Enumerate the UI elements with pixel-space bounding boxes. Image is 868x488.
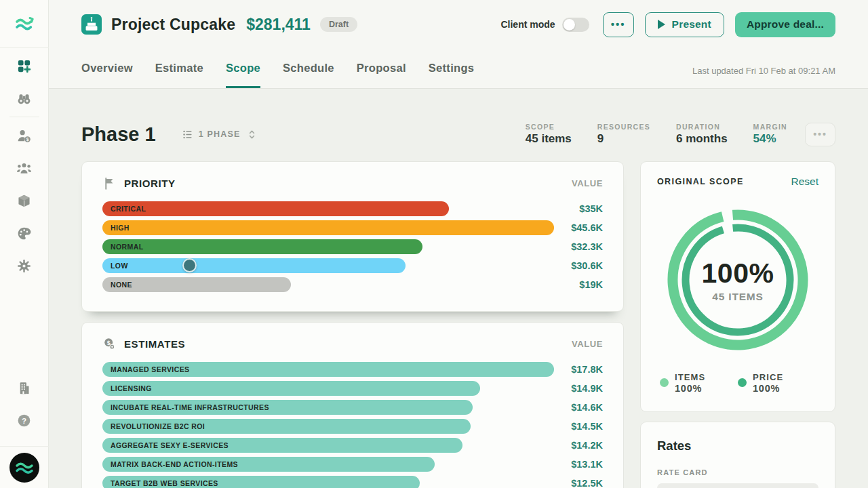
donut-items-count: 45 ITEMS — [712, 291, 763, 303]
bar-track: LICENSING — [102, 381, 554, 396]
organization-building-icon — [16, 380, 32, 396]
bar-value: $13.1K — [554, 459, 603, 470]
phase-stat-margin: MARGIN54% — [753, 123, 787, 146]
stat-label: MARGIN — [753, 123, 787, 131]
client-mode-toggle[interactable] — [562, 18, 589, 32]
tab-estimate[interactable]: Estimate — [155, 49, 203, 88]
phase-more-button[interactable]: ••• — [805, 123, 835, 146]
client-dollar-icon: $ — [16, 128, 32, 144]
sidebar-item-package-cube[interactable] — [0, 184, 49, 217]
app-screen: $ ? Project Cupcake $281,411 — [0, 0, 868, 488]
bar-none[interactable]: NONE — [102, 277, 291, 292]
bar-licensing[interactable]: LICENSING — [102, 381, 480, 396]
tab-overview[interactable]: Overview — [81, 49, 133, 88]
chart-bar-row: AGGREGATE SEXY E-SERVICES$14.2K — [102, 438, 603, 453]
bar-value: $30.6K — [554, 260, 603, 271]
sidebar-item-binoculars[interactable] — [0, 82, 49, 115]
sidebar-item-client-dollar[interactable]: $ — [0, 119, 49, 152]
bar-value: $45.6K — [554, 222, 603, 233]
phase-count-label: 1 PHASE — [199, 129, 241, 139]
projects-grid-icon — [16, 58, 32, 74]
tab-settings[interactable]: Settings — [429, 49, 475, 88]
bar-revolutionize-b2c-roi[interactable]: REVOLUTIONIZE B2C ROI — [102, 419, 471, 434]
legend-value: 100% — [675, 383, 705, 394]
tab-scope[interactable]: Scope — [226, 49, 260, 88]
tab-proposal[interactable]: Proposal — [357, 49, 406, 88]
bar-track: AGGREGATE SEXY E-SERVICES — [102, 438, 554, 453]
stat-value: 9 — [597, 132, 650, 146]
header-more-button[interactable]: ••• — [603, 12, 634, 37]
estimates-card: $ ESTIMATES VALUE MANAGED SERVICES$17.8K… — [81, 322, 624, 488]
bar-value: $17.8K — [554, 364, 603, 375]
bar-critical[interactable]: CRITICAL — [102, 201, 449, 216]
account-avatar[interactable] — [0, 446, 49, 488]
phase-stats: SCOPE45 itemsRESOURCES9DURATION6 monthsM… — [526, 123, 787, 146]
bar-track: NONE — [102, 277, 554, 292]
bar-label: MANAGED SERVICES — [111, 365, 189, 373]
bar-value: $12.5K — [554, 478, 603, 488]
sidebar-item-team[interactable] — [0, 152, 49, 184]
rate-card-select[interactable]: Deal (Default) ⌃⌄ — [657, 483, 818, 488]
sidebar-item-palette[interactable] — [0, 217, 49, 249]
phase-stat-resources: RESOURCES9 — [597, 123, 650, 146]
bar-track: INCUBATE REAL-TIME INFRASTRUCTURES — [102, 400, 554, 415]
rate-card-label: RATE CARD — [657, 468, 818, 476]
chart-title: ESTIMATES — [124, 338, 185, 350]
bar-label: LICENSING — [111, 384, 152, 392]
phase-stat-duration: DURATION6 months — [676, 123, 728, 146]
bar-label: AGGREGATE SEXY E-SERVICES — [111, 441, 229, 449]
present-label: Present — [672, 18, 711, 30]
phase-selector[interactable]: 1 PHASE — [182, 129, 258, 140]
sidebar: $ ? — [0, 0, 49, 488]
bar-track: REVOLUTIONIZE B2C ROI — [102, 419, 554, 434]
bar-label: NONE — [111, 281, 132, 289]
brand-logo[interactable] — [0, 0, 49, 48]
team-icon — [16, 161, 32, 176]
bar-matrix-back-end-action-items[interactable]: MATRIX BACK-END ACTION-ITEMS — [102, 457, 435, 472]
bar-high[interactable]: HIGH — [102, 220, 554, 235]
status-badge: Draft — [320, 17, 357, 32]
value-column-header: VALUE — [572, 178, 603, 188]
last-updated-text: Last updated Fri 10 Feb at 09:21 AM — [692, 66, 835, 88]
header: Project Cupcake $281,411 Draft Client mo… — [49, 0, 868, 89]
bar-aggregate-sexy-e-services[interactable]: AGGREGATE SEXY E-SERVICES — [102, 438, 462, 453]
sidebar-item-projects-grid[interactable] — [0, 49, 49, 82]
bar-low[interactable]: LOW — [102, 258, 406, 273]
sidebar-item-settings-gear[interactable] — [0, 249, 49, 282]
legend-item-price: PRICE100% — [738, 372, 816, 394]
bar-incubate-real-time-infrastructures[interactable]: INCUBATE REAL-TIME INFRASTRUCTURES — [102, 400, 473, 415]
bar-normal[interactable]: NORMAL — [102, 239, 422, 254]
present-button[interactable]: Present — [645, 12, 724, 37]
legend-value: 100% — [753, 383, 783, 394]
stat-value: 6 months — [676, 132, 728, 146]
svg-text:$: $ — [107, 340, 111, 346]
phase-title: Phase 1 — [81, 123, 156, 146]
brand-waves-icon — [13, 12, 36, 35]
bar-label: NORMAL — [111, 243, 143, 251]
reset-link[interactable]: Reset — [791, 176, 819, 188]
legend-label: PRICE — [753, 372, 783, 382]
legend-label: ITEMS — [675, 372, 705, 382]
approve-label: Approve deal... — [747, 18, 824, 30]
bar-target-b2b-web-services[interactable]: TARGET B2B WEB SERVICES — [102, 476, 420, 488]
sidebar-divider — [9, 117, 39, 117]
bar-label: INCUBATE REAL-TIME INFRASTRUCTURES — [111, 403, 269, 411]
phase-stat-scope: SCOPE45 items — [526, 123, 572, 146]
tab-schedule[interactable]: Schedule — [283, 49, 334, 88]
sidebar-item-help[interactable]: ? — [0, 404, 49, 436]
list-icon — [182, 129, 193, 140]
bar-value: $14.9K — [554, 383, 603, 394]
bar-value: $14.6K — [554, 402, 603, 413]
original-scope-card: ORIGINAL SCOPE Reset 100% 45 ITEMS — [640, 161, 835, 412]
sidebar-item-organization-building[interactable] — [0, 371, 49, 404]
bar-label: LOW — [111, 262, 128, 270]
bar-value: $19K — [554, 279, 603, 290]
approve-deal-button[interactable]: Approve deal... — [735, 12, 835, 37]
sidebar-bottom: ? — [0, 371, 48, 442]
bar-label: HIGH — [111, 224, 130, 232]
chevron-updown-icon — [246, 129, 258, 140]
main-content: Phase 1 1 PHASE SCOPE45 itemsRESOURCES9D… — [49, 89, 868, 488]
bar-managed-services[interactable]: MANAGED SERVICES — [102, 362, 554, 377]
bar-drag-handle[interactable] — [182, 258, 197, 272]
scope-donut-chart: 100% 45 ITEMS — [663, 205, 812, 354]
